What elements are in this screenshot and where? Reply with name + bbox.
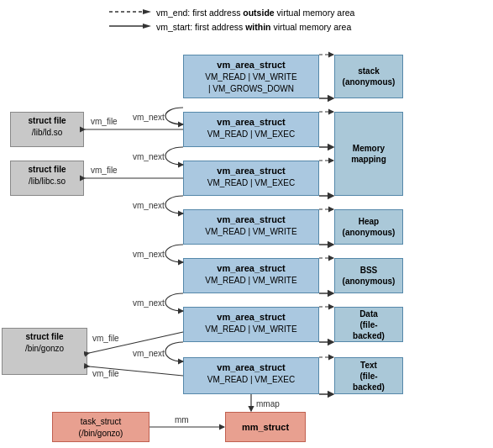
right-label-heap: Heap(anonymous) — [334, 209, 403, 245]
vma-box-4: vm_area_struct VM_READ | VM_WRITE — [183, 209, 319, 245]
vma-box-3: vm_area_struct VM_READ | VM_EXEC — [183, 161, 319, 196]
vma-content-1: VM_READ | VM_WRITE| VM_GROWS_DOWN — [189, 71, 313, 95]
right-label-stack: stack(anonymous) — [334, 55, 403, 98]
legend-solid-text: vm_start: first address within virtual m… — [156, 22, 351, 32]
vma-title-5: vm_area_struct — [189, 262, 313, 275]
vma-title-3: vm_area_struct — [189, 165, 313, 177]
file-box-gonzo: struct file /bin/gonzo — [2, 328, 87, 375]
vm-file-label-2: vm_file — [91, 166, 118, 175]
vma-title-2: vm_area_struct — [189, 116, 313, 129]
legend-dashed-text: vm_end: first address outside virtual me… — [156, 8, 354, 18]
vm-next-label-2: vm_next — [133, 152, 165, 161]
right-label-data: Data(file-backed) — [334, 307, 403, 342]
vma-title-7: vm_area_struct — [189, 361, 313, 374]
file-libcso-title: struct file — [15, 164, 79, 176]
mm-struct-label: mm_struct — [242, 422, 289, 432]
vm-next-label-1: vm_next — [133, 113, 165, 122]
legend-dashed: vm_end: first address outside virtual me… — [109, 7, 354, 18]
vma-title-1: vm_area_struct — [189, 59, 313, 71]
right-label-mmap: Memorymapping — [334, 112, 403, 196]
file-box-ldso: struct file /lib/ld.so — [10, 112, 84, 147]
mmap-label: Memorymapping — [351, 143, 386, 165]
right-label-text: Text(file-backed) — [334, 357, 403, 394]
mm-arrow-label: mm — [175, 415, 189, 424]
vm-file-label-3: vm_file — [92, 334, 119, 343]
vma-box-2: vm_area_struct VM_READ | VM_EXEC — [183, 112, 319, 147]
svg-line-24 — [89, 366, 183, 376]
vma-content-2: VM_READ | VM_EXEC — [189, 129, 313, 140]
file-gonzo-content: /bin/gonzo — [7, 343, 82, 355]
vm-file-label-1: vm_file — [91, 117, 118, 126]
svg-line-23 — [89, 332, 183, 353]
file-ldso-title: struct file — [15, 115, 79, 127]
vma-content-7: VM_READ | VM_EXEC — [189, 374, 313, 386]
vma-content-6: VM_READ | VM_WRITE — [189, 324, 313, 335]
file-box-libcso: struct file /lib/libc.so — [10, 161, 84, 196]
vm-file-label-4: vm_file — [92, 369, 119, 378]
vma-title-6: vm_area_struct — [189, 311, 313, 324]
svg-marker-3 — [143, 24, 151, 29]
heap-label: Heap(anonymous) — [343, 216, 396, 238]
bss-label: BSS(anonymous) — [343, 265, 396, 287]
solid-line-icon — [109, 21, 151, 33]
right-label-bss: BSS(anonymous) — [334, 258, 403, 293]
vm-next-label-5: vm_next — [133, 298, 165, 308]
data-label: Data(file-backed) — [353, 308, 385, 341]
stack-label: stack(anonymous) — [343, 66, 396, 87]
vm-next-label-4: vm_next — [133, 250, 165, 259]
vma-box-5: vm_area_struct VM_READ | VM_WRITE — [183, 258, 319, 293]
file-libcso-content: /lib/libc.so — [15, 176, 79, 187]
file-ldso-content: /lib/ld.so — [15, 127, 79, 139]
legend-solid: vm_start: first address within virtual m… — [109, 21, 354, 33]
vm-next-label-6: vm_next — [133, 349, 165, 358]
task-struct-title: task_struct — [58, 416, 144, 428]
vma-content-4: VM_READ | VM_WRITE — [189, 226, 313, 238]
text-label: Text(file-backed) — [353, 360, 385, 393]
task-struct-content: (/bin/gonzo) — [58, 428, 144, 440]
vma-title-4: vm_area_struct — [189, 213, 313, 226]
vm-next-label-3: vm_next — [133, 201, 165, 210]
legend: vm_end: first address outside virtual me… — [109, 7, 354, 35]
vma-box-7: vm_area_struct VM_READ | VM_EXEC — [183, 357, 319, 394]
vma-content-3: VM_READ | VM_EXEC — [189, 177, 313, 189]
vma-box-1: vm_area_struct VM_READ | VM_WRITE| VM_GR… — [183, 55, 319, 98]
vma-content-5: VM_READ | VM_WRITE — [189, 275, 313, 287]
dashed-line-icon — [109, 7, 151, 18]
diagram: vm_end: first address outside virtual me… — [0, 0, 493, 448]
vma-box-6: vm_area_struct VM_READ | VM_WRITE — [183, 307, 319, 342]
file-gonzo-title: struct file — [7, 331, 82, 343]
task-struct-box: task_struct (/bin/gonzo) — [52, 412, 149, 442]
mm-struct-box: mm_struct — [225, 412, 306, 442]
svg-marker-1 — [143, 9, 151, 14]
mmap-arrow-label: mmap — [256, 399, 280, 408]
